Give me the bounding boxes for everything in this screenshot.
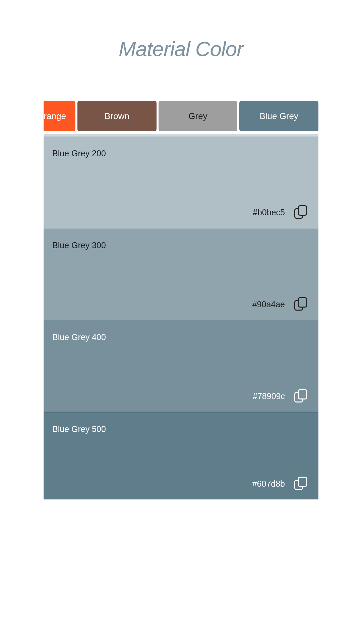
- tab-blue-grey[interactable]: Blue Grey: [239, 101, 318, 131]
- swatch-blue-grey-300: Blue Grey 300 #90a4ae: [44, 228, 318, 320]
- copy-icon[interactable]: [294, 389, 308, 403]
- swatch-name: Blue Grey 500: [52, 424, 310, 434]
- swatch-name: Blue Grey 300: [52, 240, 310, 250]
- swatch-hex: #90a4ae: [252, 300, 285, 309]
- swatch-blue-grey-500: Blue Grey 500 #607d8b: [44, 412, 318, 499]
- swatch-hex: #607d8b: [252, 479, 285, 489]
- swatch-footer: #78909c: [52, 389, 310, 403]
- copy-icon[interactable]: [294, 297, 308, 311]
- swatch-hex: #b0bec5: [253, 208, 285, 217]
- copy-icon[interactable]: [294, 205, 308, 219]
- swatch-footer: #90a4ae: [52, 297, 310, 311]
- tab-grey[interactable]: Grey: [159, 101, 238, 131]
- page-title: Material Color: [44, 37, 318, 61]
- swatch-footer: #607d8b: [52, 477, 310, 491]
- tab-label: Blue Grey: [259, 111, 298, 121]
- swatch-blue-grey-400: Blue Grey 400 #78909c: [44, 320, 318, 412]
- swatch-list: Blue Grey 200 #b0bec5 Blue Grey 300 #90a…: [44, 134, 318, 499]
- swatch-hex: #78909c: [253, 391, 285, 401]
- tab-label: Brown: [105, 111, 129, 121]
- tab-label: Orange: [44, 111, 66, 121]
- swatch-blue-grey-200: Blue Grey 200 #b0bec5: [44, 137, 318, 228]
- swatch-name: Blue Grey 200: [52, 149, 310, 158]
- swatch-footer: #b0bec5: [52, 205, 310, 219]
- tab-orange[interactable]: Orange: [44, 101, 75, 131]
- tab-brown[interactable]: Brown: [77, 101, 157, 131]
- copy-icon[interactable]: [294, 477, 308, 491]
- tab-label: Grey: [188, 111, 207, 121]
- swatch-name: Blue Grey 400: [52, 332, 310, 342]
- color-family-tabs: Orange Brown Grey Blue Grey: [44, 101, 318, 131]
